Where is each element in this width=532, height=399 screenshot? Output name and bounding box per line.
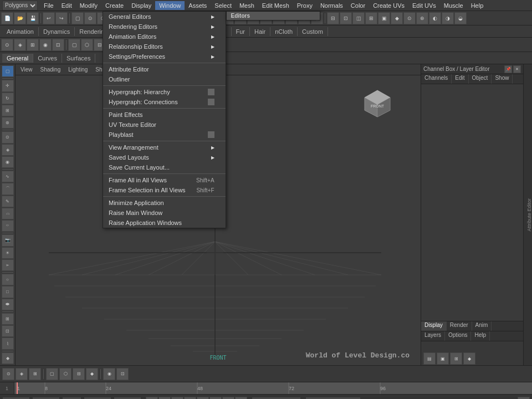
toolbar2-btn3[interactable]: ⊞ xyxy=(27,39,39,51)
menu-attribute-editor[interactable]: Attribute Editor xyxy=(103,64,226,74)
frame-counter-field[interactable] xyxy=(62,397,81,399)
menu-item-edit[interactable]: Edit xyxy=(58,1,76,10)
ch-tab-object[interactable]: Object xyxy=(469,74,492,84)
redo-btn[interactable]: ↪ xyxy=(55,12,68,24)
character-set-dropdown[interactable]: No Character Set xyxy=(305,397,361,399)
menu-item-assets[interactable]: Assets xyxy=(185,1,211,10)
tab-curves[interactable]: Curves xyxy=(33,54,62,63)
poly-cyl-btn[interactable]: ⬬ xyxy=(2,299,14,310)
misc19-btn[interactable]: ◒ xyxy=(454,12,467,24)
pencil-btn[interactable]: ✎ xyxy=(2,196,14,207)
menu-rendering-editors[interactable]: Rendering Editors xyxy=(103,22,226,32)
menu-paint-effects[interactable]: Paint Effects xyxy=(103,110,226,120)
toolbar2-btn6[interactable]: ▢ xyxy=(68,39,80,51)
menu-raise-main[interactable]: Raise Main Window xyxy=(103,208,226,218)
pb-forward-end-btn[interactable]: ⏭ xyxy=(235,397,247,399)
tab-custom[interactable]: Custom xyxy=(298,27,328,36)
lattice-btn[interactable]: ⊞ xyxy=(2,313,14,325)
misc13-btn[interactable]: ▣ xyxy=(378,12,390,24)
menu-item-create[interactable]: Create xyxy=(101,1,127,10)
pb-play-back-btn[interactable]: ◁ xyxy=(184,397,196,399)
bp-btn5[interactable]: ⬡ xyxy=(59,368,71,380)
range-end-field[interactable] xyxy=(114,397,141,399)
sub-layers-tab[interactable]: Layers xyxy=(421,331,445,341)
bp-btn7[interactable]: ◆ xyxy=(86,368,98,380)
menu-item-normals[interactable]: Normals xyxy=(316,1,347,10)
misc12-btn[interactable]: ⊞ xyxy=(365,12,377,24)
menu-item-createuvs[interactable]: Create UVs xyxy=(369,1,408,10)
tab-general[interactable]: General xyxy=(2,54,33,63)
ch-pin-btn[interactable]: 📌 xyxy=(504,65,512,73)
menu-minimize-app[interactable]: Minimize Application xyxy=(103,198,226,208)
menu-item-file[interactable]: File xyxy=(40,1,58,10)
amb-light-btn[interactable]: ☀ xyxy=(2,247,14,259)
misc16-btn[interactable]: ⊛ xyxy=(416,12,428,24)
tab-hair[interactable]: Hair xyxy=(250,27,270,36)
open-btn[interactable]: 📂 xyxy=(14,12,26,24)
misc18-btn[interactable]: ◑ xyxy=(442,12,454,24)
vp-shading-btn[interactable]: Shading xyxy=(38,66,64,73)
menu-item-modify[interactable]: Modify xyxy=(76,1,101,10)
ch-tab-show[interactable]: Show xyxy=(492,74,513,84)
menu-outliner[interactable]: Outliner xyxy=(103,74,226,84)
ch-tab-channels[interactable]: Channels xyxy=(421,74,452,84)
vp-lighting-btn[interactable]: Lighting xyxy=(65,66,90,73)
mode-dropdown[interactable]: Polygons xyxy=(2,1,38,11)
pb-rewind-btn[interactable]: ⏮ xyxy=(146,397,158,399)
sub-help-tab[interactable]: Help xyxy=(471,331,490,341)
toolbar2-btn7[interactable]: ⬡ xyxy=(81,39,93,51)
misc11-btn[interactable]: ◫ xyxy=(352,12,365,24)
menu-item-muscle[interactable]: Muscle xyxy=(440,1,467,10)
bp-btn9[interactable]: ⊡ xyxy=(116,368,129,380)
settings-btn[interactable]: ⚙ xyxy=(518,397,530,399)
menu-item-mesh[interactable]: Mesh xyxy=(236,1,258,10)
bp-btn3[interactable]: ⊞ xyxy=(29,368,41,380)
misc10-btn[interactable]: ⊡ xyxy=(340,12,352,24)
misc17-btn[interactable]: ◐ xyxy=(429,12,441,24)
misc15-btn[interactable]: ⊙ xyxy=(403,12,416,24)
menu-item-window[interactable]: Window xyxy=(155,1,185,10)
cluster-btn[interactable]: ⊡ xyxy=(2,325,14,337)
layer-btn4[interactable]: ◆ xyxy=(463,352,475,365)
attribute-editor-label[interactable]: Attribute Editor xyxy=(526,196,532,234)
anim-layer-dropdown[interactable]: No Anim Layer xyxy=(252,397,301,399)
menu-save-current-layout[interactable]: Save Current Layout... xyxy=(103,162,226,172)
select-btn[interactable]: ▢ xyxy=(71,12,84,24)
menu-playblast[interactable]: Playblast xyxy=(103,130,226,140)
toolbar2-btn5[interactable]: ⊡ xyxy=(52,39,64,51)
poly-sphere-btn[interactable]: ○ xyxy=(2,274,14,285)
new-scene-btn[interactable]: 📄 xyxy=(1,12,13,24)
menu-relationship-editors[interactable]: Relationship Editors xyxy=(103,42,226,52)
vp-view-btn[interactable]: View xyxy=(18,66,35,73)
tab-surfaces[interactable]: Surfaces xyxy=(62,54,95,63)
save-btn[interactable]: 💾 xyxy=(27,12,39,24)
menu-hypergraph-hierarchy[interactable]: Hypergraph: Hierarchy xyxy=(103,87,226,97)
current-frame-field[interactable] xyxy=(32,397,60,399)
pb-play-fwd-btn[interactable]: ▶ xyxy=(197,397,209,399)
pb-next-key-btn[interactable]: ⏩ xyxy=(222,397,234,399)
menu-uv-texture-editor[interactable]: UV Texture Editor xyxy=(103,120,226,130)
dir-light-btn[interactable]: ➢ xyxy=(2,259,14,271)
menu-hypergraph-connections[interactable]: Hypergraph: Connections xyxy=(103,97,226,107)
bp-btn6[interactable]: ⊟ xyxy=(73,368,85,380)
select-tool-btn[interactable]: ▢ xyxy=(2,65,14,77)
show-manip-btn[interactable]: ◉ xyxy=(2,156,14,168)
pb-prev-frame-btn[interactable]: ◀ xyxy=(171,397,183,399)
menu-settings-prefs[interactable]: Settings/Preferences xyxy=(103,52,226,62)
pb-next-frame-btn[interactable]: ▷ xyxy=(209,397,222,399)
bp-btn1[interactable]: ⊙ xyxy=(2,368,14,380)
layer-btn3[interactable]: ⊞ xyxy=(450,352,462,365)
layer-btn2[interactable]: ▣ xyxy=(437,352,449,365)
move-tool-btn[interactable]: ✛ xyxy=(2,80,14,91)
menu-item-editmesh[interactable]: Edit Mesh xyxy=(258,1,293,10)
menu-frame-selection[interactable]: Frame Selection in All Views Shift+F xyxy=(103,185,226,195)
menu-item-color[interactable]: Color xyxy=(347,1,369,10)
menu-frame-all[interactable]: Frame All in All Views Shift+A xyxy=(103,175,226,185)
misc9-btn[interactable]: ⊟ xyxy=(327,12,339,24)
layer-btn1[interactable]: ▤ xyxy=(423,352,436,365)
camera-btn[interactable]: 📷 xyxy=(2,234,14,246)
misc14-btn[interactable]: ◆ xyxy=(391,12,403,24)
scale-tool-btn[interactable]: ⊞ xyxy=(2,105,14,116)
curve-ep-btn[interactable]: ∿ xyxy=(2,171,14,182)
start-frame-field[interactable] xyxy=(2,397,30,399)
